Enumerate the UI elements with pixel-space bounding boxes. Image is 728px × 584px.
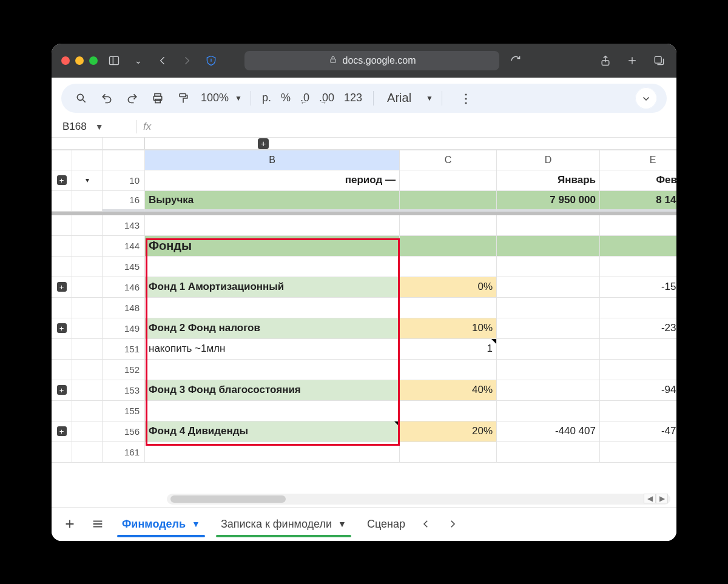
new-tab-button[interactable]: [624, 53, 640, 69]
cell-d161[interactable]: [497, 442, 600, 463]
horizontal-scrollbar[interactable]: [167, 494, 670, 505]
row-header[interactable]: 149: [103, 318, 145, 339]
expand-row-group-button[interactable]: +: [52, 170, 72, 191]
cell-e144[interactable]: [600, 236, 676, 257]
scrollbar-thumb[interactable]: [170, 495, 286, 503]
row-header[interactable]: 144: [103, 236, 145, 257]
cell-e145[interactable]: [600, 257, 676, 277]
zoom-select[interactable]: 100% ▼: [198, 92, 242, 104]
add-sheet-button[interactable]: [56, 511, 83, 537]
reload-button[interactable]: [508, 53, 524, 69]
cell-c144[interactable]: [400, 236, 497, 257]
row-header[interactable]: 151: [103, 339, 145, 360]
cell-c156[interactable]: 20%: [400, 421, 497, 442]
cell-e146[interactable]: -157 856: [600, 277, 676, 298]
row-header[interactable]: 143: [103, 215, 145, 236]
more-tools-button[interactable]: ⋮: [456, 88, 476, 109]
collapse-toolbar-button[interactable]: [635, 87, 657, 109]
tab-overview-button[interactable]: [651, 53, 667, 69]
cell-e151[interactable]: [600, 339, 676, 360]
row-header[interactable]: 145: [103, 257, 145, 277]
cell-b153[interactable]: Фонд 3 Фонд благосостояния: [145, 380, 400, 401]
row-header[interactable]: 146: [103, 277, 145, 298]
row-header[interactable]: 155: [103, 401, 145, 421]
maximize-window-button[interactable]: [89, 56, 98, 65]
col-header-d[interactable]: D: [497, 150, 600, 170]
redo-button[interactable]: [122, 88, 143, 109]
cell-b155[interactable]: [145, 401, 400, 421]
cell-d156[interactable]: -440 407: [497, 421, 600, 442]
undo-button[interactable]: [96, 88, 117, 109]
cell-e153[interactable]: -947 348: [600, 380, 676, 401]
cell-b148[interactable]: [145, 298, 400, 318]
cell-e156[interactable]: -473 674: [600, 421, 676, 442]
cell-c16[interactable]: [400, 191, 497, 212]
cell-c10[interactable]: [400, 170, 497, 191]
cell-d155[interactable]: [497, 401, 600, 421]
more-formats-button[interactable]: 123: [342, 92, 365, 104]
select-all-corner[interactable]: [103, 150, 145, 170]
cell-b16[interactable]: Выручка: [145, 191, 400, 212]
cell-e148[interactable]: [600, 298, 676, 318]
scroll-tabs-left-button[interactable]: [413, 511, 439, 537]
cell-e152[interactable]: [600, 360, 676, 380]
sheet-tab[interactable]: Сценар: [357, 511, 408, 537]
cell-d153[interactable]: [497, 380, 600, 401]
search-menu-button[interactable]: [71, 88, 92, 109]
increase-decimal-button[interactable]: .00→: [317, 92, 337, 104]
print-button[interactable]: [147, 88, 168, 109]
scroll-left-button[interactable]: ◀: [644, 494, 656, 503]
format-currency-button[interactable]: р.: [260, 92, 274, 104]
cell-c146[interactable]: 0%: [400, 277, 497, 298]
cell-b10[interactable]: период —: [145, 170, 400, 191]
format-percent-button[interactable]: %: [278, 92, 293, 104]
row-header[interactable]: 161: [103, 442, 145, 463]
col-header-c[interactable]: C: [400, 150, 497, 170]
cell-b151[interactable]: накопить ~1млн: [145, 339, 400, 360]
sheet-tab[interactable]: Записка к финмодели ▼: [211, 511, 356, 537]
cell-c145[interactable]: [400, 257, 497, 277]
cell-e149[interactable]: -236 837: [600, 318, 676, 339]
cell-e143[interactable]: [600, 215, 676, 236]
cell-d152[interactable]: [497, 360, 600, 380]
col-header-e[interactable]: E: [600, 150, 676, 170]
share-button[interactable]: [598, 53, 613, 69]
cell-b152[interactable]: [145, 360, 400, 380]
scroll-tabs-right-button[interactable]: [439, 511, 466, 537]
caret-down-icon[interactable]: ▼: [338, 519, 346, 529]
cell-e161[interactable]: [600, 442, 676, 463]
tab-dropdown-icon[interactable]: ⌄: [130, 53, 146, 69]
expand-row-group-button[interactable]: +: [52, 277, 72, 298]
collapse-row-caret[interactable]: ▾: [72, 170, 103, 191]
row-header[interactable]: 156: [103, 421, 145, 442]
cell-b144[interactable]: Фонды: [145, 236, 400, 257]
cell-c152[interactable]: [400, 360, 497, 380]
decrease-decimal-button[interactable]: .0←: [298, 92, 312, 104]
row-header[interactable]: 16: [103, 191, 145, 212]
cell-c149[interactable]: 10%: [400, 318, 497, 339]
cell-d143[interactable]: [497, 215, 600, 236]
cell-e16[interactable]: 8 142 821: [600, 191, 676, 212]
expand-row-group-button[interactable]: +: [52, 318, 72, 339]
expand-row-group-button[interactable]: +: [52, 421, 72, 442]
cell-b161[interactable]: [145, 442, 400, 463]
cell-d145[interactable]: [497, 257, 600, 277]
row-header[interactable]: 148: [103, 298, 145, 318]
cell-c148[interactable]: [400, 298, 497, 318]
shield-icon[interactable]: [203, 53, 219, 69]
expand-row-group-button[interactable]: +: [52, 380, 72, 401]
cell-c161[interactable]: [400, 442, 497, 463]
row-header[interactable]: 10: [103, 170, 145, 191]
cell-d146[interactable]: [497, 277, 600, 298]
formula-input[interactable]: [151, 119, 670, 135]
cell-c155[interactable]: [400, 401, 497, 421]
cell-d151[interactable]: [497, 339, 600, 360]
cell-b143[interactable]: [145, 215, 400, 236]
url-bar[interactable]: docs.google.com: [244, 51, 499, 70]
cell-c143[interactable]: [400, 215, 497, 236]
sheet-tab-active[interactable]: Финмодель ▼: [112, 511, 210, 537]
cell-c153[interactable]: 40%: [400, 380, 497, 401]
name-box[interactable]: B168 ▼: [58, 121, 130, 133]
cell-e155[interactable]: [600, 401, 676, 421]
spreadsheet-grid[interactable]: B C D E + ▾ 10 период — Январь Февраль 1…: [52, 150, 676, 507]
